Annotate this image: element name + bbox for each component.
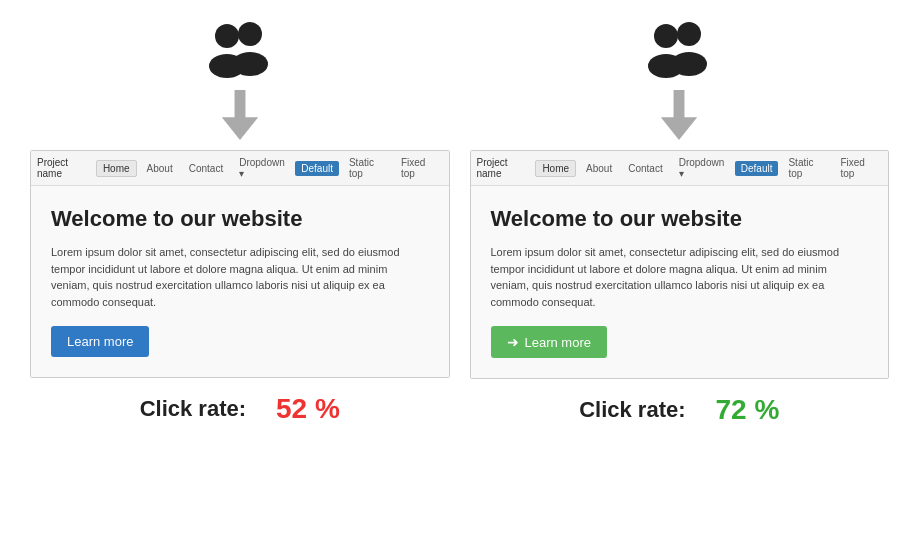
learn-more-button-a[interactable]: Learn more: [51, 326, 149, 357]
mini-browser-b: Project name Home About Contact Dropdown…: [470, 150, 890, 379]
svg-marker-11: [661, 117, 697, 140]
browser-content-a: Welcome to our website Lorem ipsum dolor…: [31, 186, 449, 377]
click-rate-block-a: Click rate: 52 %: [140, 393, 340, 425]
hero-heading-a: Welcome to our website: [51, 206, 429, 232]
svg-point-6: [654, 24, 678, 48]
mini-browser-a: Project name Home About Contact Dropdown…: [30, 150, 450, 378]
arrow-down-b: [659, 90, 699, 140]
svg-point-8: [677, 22, 701, 46]
arrow-down-a: [220, 90, 260, 140]
click-rate-label-a: Click rate:: [140, 396, 246, 422]
variant-a: Project name Home About Contact Dropdown…: [30, 20, 450, 426]
navbar-contact-a[interactable]: Contact: [183, 161, 229, 176]
navbar-brand-b: Project name: [477, 157, 528, 179]
hero-body-b: Lorem ipsum dolor sit amet, consectetur …: [491, 244, 869, 310]
navbar-default-b[interactable]: Default: [735, 161, 779, 176]
users-icon-a: [200, 20, 280, 80]
svg-point-0: [215, 24, 239, 48]
svg-point-3: [232, 52, 268, 76]
navbar-static-a[interactable]: Static top: [343, 155, 391, 181]
navbar-default-a[interactable]: Default: [295, 161, 339, 176]
browser-content-b: Welcome to our website Lorem ipsum dolor…: [471, 186, 889, 378]
click-rate-label-b: Click rate:: [579, 397, 685, 423]
navbar-static-b[interactable]: Static top: [782, 155, 830, 181]
navbar-fixed-b[interactable]: Fixed top: [834, 155, 882, 181]
svg-marker-5: [222, 117, 258, 140]
navbar-a: Project name Home About Contact Dropdown…: [31, 151, 449, 186]
hero-heading-b: Welcome to our website: [491, 206, 869, 232]
navbar-fixed-a[interactable]: Fixed top: [395, 155, 443, 181]
svg-rect-4: [234, 90, 245, 119]
svg-point-9: [671, 52, 707, 76]
navbar-dropdown-b[interactable]: Dropdown ▾: [673, 155, 731, 181]
svg-rect-10: [674, 90, 685, 119]
click-rate-value-b: 72 %: [716, 394, 780, 426]
click-rate-value-a: 52 %: [276, 393, 340, 425]
navbar-about-a[interactable]: About: [141, 161, 179, 176]
navbar-home-b[interactable]: Home: [535, 160, 576, 177]
variant-b: Project name Home About Contact Dropdown…: [470, 20, 890, 426]
navbar-b: Project name Home About Contact Dropdown…: [471, 151, 889, 186]
navbar-about-b[interactable]: About: [580, 161, 618, 176]
variants-container: Project name Home About Contact Dropdown…: [30, 20, 889, 426]
navbar-home-a[interactable]: Home: [96, 160, 137, 177]
learn-more-label-a: Learn more: [67, 334, 133, 349]
navbar-dropdown-a[interactable]: Dropdown ▾: [233, 155, 291, 181]
navbar-contact-b[interactable]: Contact: [622, 161, 668, 176]
hero-body-a: Lorem ipsum dolor sit amet, consectetur …: [51, 244, 429, 310]
arrow-icon-b: ➜: [507, 334, 519, 350]
users-icon-b: [639, 20, 719, 80]
learn-more-button-b[interactable]: ➜ Learn more: [491, 326, 607, 358]
learn-more-label-b: Learn more: [525, 335, 591, 350]
svg-point-2: [238, 22, 262, 46]
click-rate-block-b: Click rate: 72 %: [579, 394, 779, 426]
navbar-brand-a: Project name: [37, 157, 88, 179]
